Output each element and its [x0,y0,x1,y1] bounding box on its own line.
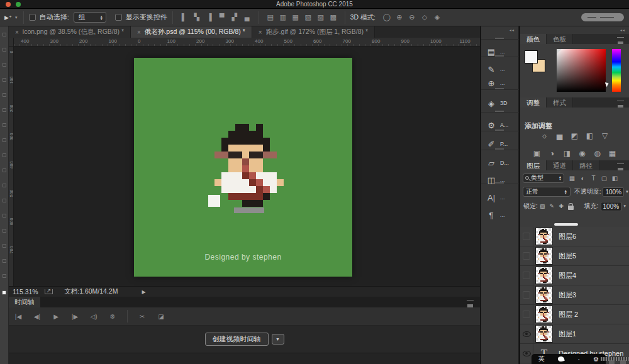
exposure-icon[interactable]: ◧ [584,131,595,141]
tab-paths[interactable]: 路径 [573,160,599,170]
layer-thumbnail[interactable] [533,305,555,324]
levels-icon[interactable]: ▅ [554,131,565,141]
align-bottom-edges-icon[interactable]: ▄ [241,13,253,21]
layer-visibility-toggle[interactable] [520,227,533,246]
3d-rotate-icon[interactable]: ◯ [381,13,393,21]
layer-row[interactable]: 图层6 [520,227,629,246]
properties-panel-button[interactable]: ▤... [484,44,516,59]
distribute-top-edges-icon[interactable]: ▤ [264,13,277,21]
3d-drag-icon[interactable]: ⊖ [406,13,418,21]
distribute-bottom-edges-icon[interactable]: ▦ [289,13,302,21]
collapse-dock-icon[interactable]: ◂◂ [509,28,515,32]
tab-color[interactable]: 颜色 [520,34,547,44]
distribute-vertical-centers-icon[interactable]: ▥ [277,13,289,21]
adjustments-panel-menu-icon[interactable] [617,101,624,105]
lock-transparent-pixels-icon[interactable]: ▨ [538,203,547,209]
align-top-edges-icon[interactable]: ▀ [216,13,228,21]
input-method-icon[interactable]: 英 [538,355,545,363]
timeline-scroll-strip[interactable] [9,353,480,364]
vibrance-icon[interactable]: ▽ [599,131,610,141]
curves-icon[interactable]: ◩ [569,131,580,141]
brush-panel-button[interactable]: ✎... [484,62,516,77]
document-tab[interactable]: ×跑步.gif @ 172% (图层 1, RGB/8) * [252,26,375,38]
3d-slide-icon[interactable]: ◇ [418,13,431,21]
layer-row[interactable]: 图层5 [520,246,629,266]
blend-mode-dropdown[interactable]: 正常 ▲▼ [523,187,571,197]
collapse-panels-icon[interactable]: ◂◂ [620,28,625,32]
distribute-left-edges-icon[interactable]: ▧ [302,13,314,21]
3d-scale-icon[interactable]: ◈ [431,13,443,21]
library-panel-button[interactable]: ◫... [484,172,516,187]
tab-close-icon[interactable]: × [259,29,262,36]
brightness-contrast-icon[interactable]: ☼ [539,131,550,141]
saturation-brightness-picker[interactable] [557,49,606,92]
layer-row[interactable]: 图层4 [520,266,629,285]
clone-source-panel-button[interactable]: ⊕... [484,75,516,91]
move-tool-icon[interactable]: ▶⁺ [4,14,12,21]
auto-select-dropdown[interactable]: 组 ▲▼ [74,12,106,23]
align-horizontal-centers-icon[interactable]: ▚ [191,13,203,21]
opacity-caret-icon[interactable]: ▼ [625,190,629,194]
split-at-playhead-button[interactable]: ✂ [133,313,152,320]
export-icon[interactable]: ↗ [45,289,53,294]
twitter-bird-icon[interactable] [558,356,565,362]
layer-filter-dropdown[interactable]: 类型 ▲▼ [523,174,564,183]
adjustment-layer-filter-icon[interactable]: ◐ [577,175,588,182]
layer-visibility-toggle[interactable] [520,285,533,305]
tab-styles[interactable]: 样式 [547,97,573,108]
lock-all-icon[interactable] [568,206,574,210]
tab-channels[interactable]: 通道 [547,160,573,170]
fill-caret-icon[interactable]: ▼ [623,204,626,208]
distribute-horizontal-centers-icon[interactable]: ▨ [314,13,327,21]
layer-thumbnail[interactable] [533,324,555,344]
align-vertical-centers-icon[interactable]: ▞ [228,13,241,21]
layers-scrollbar-thumb[interactable] [554,223,578,226]
type-layer-filter-icon[interactable]: T [588,175,599,182]
create-video-timeline-button[interactable]: 创建视频时间轴 [205,333,269,346]
tab-close-icon[interactable]: × [15,29,19,36]
layer-thumbnail[interactable] [533,246,555,266]
auto-select-checkbox[interactable] [29,14,36,21]
shape-layer-filter-icon[interactable]: ▢ [599,175,610,182]
align-left-edges-icon[interactable]: ▌ [178,13,191,21]
channel-mixer-icon[interactable]: ◍ [592,149,603,158]
timeline-panel-menu-icon[interactable] [467,300,474,304]
system-preferences-gear-icon[interactable]: ⚙ [593,356,599,363]
show-transform-checkbox[interactable] [115,14,122,21]
tab-close-icon[interactable]: × [137,29,141,36]
lock-position-icon[interactable]: ✚ [557,203,566,209]
layer-thumbnail[interactable] [533,285,555,305]
align-right-edges-icon[interactable]: ▐ [203,13,216,21]
foreground-color-swatch[interactable] [525,50,538,63]
timeline-tab[interactable]: 时间轴 [9,297,40,307]
mute-audio-button[interactable]: ◁) [84,313,103,320]
color-panel-menu-icon[interactable] [617,37,624,41]
actions-panel-button[interactable]: ⚙A... [484,118,516,133]
previous-frame-button[interactable]: ◀| [28,313,47,320]
document-tab[interactable]: ×俄老孙.psd @ 115% (00, RGB/8) * [131,26,252,38]
paths-tools-panel-button[interactable]: ✐P... [484,136,516,152]
hue-saturation-icon[interactable]: ▣ [532,149,542,158]
lock-image-pixels-icon[interactable]: ✎ [547,203,557,209]
tab-adjustments[interactable]: 调整 [520,97,547,108]
tool-preset-caret-icon[interactable]: ▼ [14,16,18,19]
device-preview-panel-button[interactable]: ▱D... [484,155,516,170]
black-white-icon[interactable]: ◨ [562,149,572,158]
color-balance-icon[interactable]: ◑ [547,149,557,158]
workspace-control[interactable] [581,13,624,21]
layer-thumbnail[interactable] [533,266,555,285]
3d-panel-button[interactable]: ◈3D [484,96,516,111]
tab-swatches[interactable]: 色板 [547,34,573,44]
document-tab[interactable]: ×icon.png @ 38.5% (信息, RGB/8) * [9,26,131,38]
paragraph-panel-button[interactable]: ¶... [484,207,516,223]
play-button[interactable]: ▶ [47,313,65,320]
tab-layers[interactable]: 图层 [520,160,547,170]
app-dot-icon[interactable]: ▪ [578,357,579,361]
layer-visibility-toggle[interactable] [520,266,533,285]
canvas[interactable]: Designed by stephen [134,58,352,277]
photo-filter-icon[interactable]: ◉ [577,149,587,158]
zoom-level-field[interactable]: 115.31% [13,288,38,295]
ruler-origin-corner[interactable] [9,38,14,47]
status-options-arrow-icon[interactable]: ▶ [142,289,145,295]
color-lookup-icon[interactable]: ▦ [607,149,618,158]
